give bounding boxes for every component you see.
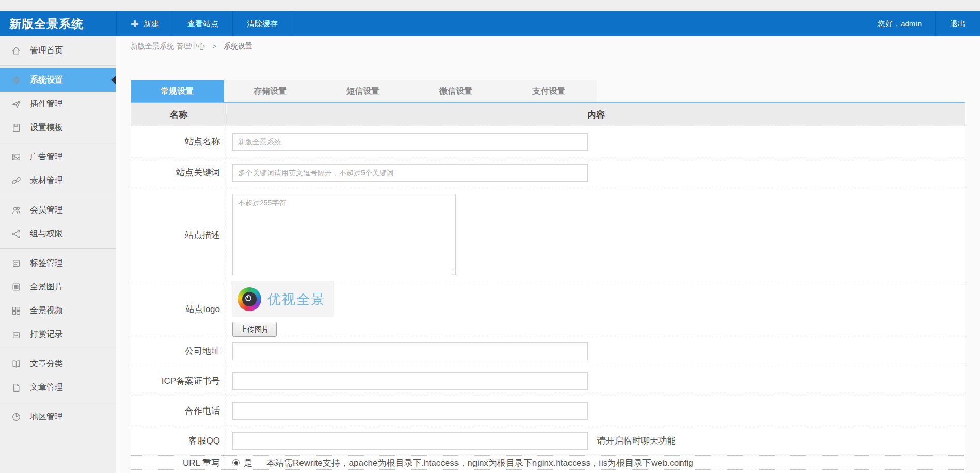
pano-image-icon <box>11 282 22 292</box>
sidebar-group: 文章分类文章管理 <box>0 349 116 402</box>
site-logo-icon <box>238 287 261 311</box>
url-rewrite-option[interactable]: 是 <box>232 457 252 469</box>
sidebar-item-label: 文章管理 <box>30 382 63 393</box>
row-content <box>227 188 965 282</box>
合作电话-input[interactable] <box>232 402 588 420</box>
客服QQ-input[interactable] <box>232 432 588 450</box>
sidebar-item-管理首页[interactable]: 管理首页 <box>0 39 116 62</box>
sidebar-item-label: 全景视频 <box>30 305 63 316</box>
sidebar-item-label: 管理首页 <box>30 45 63 56</box>
tab-常规设置[interactable]: 常规设置 <box>131 80 224 102</box>
sidebar-item-组与权限[interactable]: 组与权限 <box>0 222 116 246</box>
sidebar-item-label: 插件管理 <box>30 99 63 109</box>
row-label: 站点名称 <box>131 126 227 157</box>
topnav-button-new[interactable]: ✚新建 <box>116 11 173 36</box>
top-strip <box>0 0 980 11</box>
topnav-button-view-site[interactable]: 查看站点 <box>173 11 232 36</box>
topnav: ✚新建查看站点清除缓存 <box>116 11 292 36</box>
公司地址-input[interactable] <box>232 342 588 360</box>
sidebar-group: 标签管理全景图片全景视频打赏记录 <box>0 249 116 349</box>
tab-存储设置[interactable]: 存储设置 <box>224 80 317 102</box>
sidebar-item-label: 会员管理 <box>30 205 63 216</box>
lens-dot <box>247 296 248 298</box>
breadcrumb: 新版全景系统 管理中心 > 系统设置 <box>131 36 980 57</box>
sidebar-item-地区管理[interactable]: 地区管理 <box>0 405 116 429</box>
row-label: URL 重写 <box>131 456 227 469</box>
row-label: 站点描述 <box>131 188 227 282</box>
table-row-站点关键词: 站点关键词 <box>131 157 965 188</box>
share-icon <box>11 229 22 239</box>
topnav-button-clear-cache[interactable]: 清除缓存 <box>232 11 292 36</box>
sidebar-item-标签管理[interactable]: 标签管理 <box>0 251 116 275</box>
sidebar-item-文章分类[interactable]: 文章分类 <box>0 352 116 376</box>
settings-tabs: 常规设置存储设置短信设置微信设置支付设置 <box>131 80 597 102</box>
topbar-spacer <box>292 11 864 36</box>
reward-icon <box>11 329 22 340</box>
sidebar-item-素材管理[interactable]: 素材管理 <box>0 169 116 192</box>
table-row-合作电话: 合作电话 <box>131 396 965 426</box>
radio-button-icon[interactable] <box>232 459 240 466</box>
row-label: 站点关键词 <box>131 157 227 188</box>
radio-dot <box>234 461 238 465</box>
logout-button[interactable]: 退出 <box>935 11 980 36</box>
site-logo-preview: 优视全景 <box>232 281 334 317</box>
row-content <box>227 336 965 366</box>
站点名称-input[interactable] <box>232 133 588 151</box>
table-row-ICP备案证书号: ICP备案证书号 <box>131 366 965 396</box>
sidebar-item-label: 全景图片 <box>30 282 63 292</box>
sidebar-item-设置模板[interactable]: 设置模板 <box>0 116 116 139</box>
link-icon <box>11 175 22 186</box>
template-icon <box>11 122 22 133</box>
row-content <box>227 366 965 396</box>
lens-ring <box>245 295 251 301</box>
ICP备案证书号-input[interactable] <box>232 372 588 390</box>
upload-image-button[interactable]: 上传图片 <box>232 322 277 337</box>
topnav-button-label: 清除缓存 <box>247 19 278 29</box>
sidebar-item-系统设置[interactable]: 系统设置 <box>0 68 116 92</box>
sidebar-group: 系统设置插件管理设置模板 <box>0 66 116 142</box>
站点描述-textarea[interactable] <box>232 194 456 275</box>
header-content-cell: 内容 <box>227 103 965 126</box>
sidebar-item-插件管理[interactable]: 插件管理 <box>0 92 116 116</box>
table-header-row: 名称 内容 <box>131 103 965 126</box>
table-row-站点名称: 站点名称 <box>131 126 965 157</box>
article-category-icon <box>11 358 22 369</box>
breadcrumb-separator: > <box>212 42 216 51</box>
row-note: 请开启临时聊天功能 <box>597 435 676 447</box>
tab-微信设置[interactable]: 微信设置 <box>409 80 502 102</box>
sidebar-item-文章管理[interactable]: 文章管理 <box>0 376 116 399</box>
table-row-公司地址: 公司地址 <box>131 336 965 366</box>
sidebar-item-全景视频[interactable]: 全景视频 <box>0 299 116 322</box>
sidebar-item-广告管理[interactable]: 广告管理 <box>0 145 116 169</box>
breadcrumb-root[interactable]: 新版全景系统 管理中心 <box>131 42 205 51</box>
sidebar-item-label: 素材管理 <box>30 175 63 186</box>
members-icon <box>11 205 22 216</box>
row-content: 是本站需Rewrite支持，apache为根目录下.htaccess，nginx… <box>227 456 965 469</box>
sidebar-item-会员管理[interactable]: 会员管理 <box>0 198 116 222</box>
sidebar-group: 会员管理组与权限 <box>0 195 116 249</box>
tag-icon <box>11 258 22 269</box>
row-label: ICP备案证书号 <box>131 366 227 396</box>
sidebar-item-label: 打赏记录 <box>30 329 63 340</box>
table-row-URL 重写: URL 重写是本站需Rewrite支持，apache为根目录下.htaccess… <box>131 456 965 470</box>
sidebar-item-全景图片[interactable]: 全景图片 <box>0 275 116 299</box>
tab-支付设置[interactable]: 支付设置 <box>502 80 595 102</box>
radio-label: 是 <box>244 457 252 469</box>
row-label: 合作电话 <box>131 396 227 426</box>
row-content: 请开启临时聊天功能 <box>227 426 965 455</box>
sidebar-item-打赏记录[interactable]: 打赏记录 <box>0 322 116 346</box>
home-icon <box>11 45 22 56</box>
topnav-button-label: 新建 <box>144 19 159 29</box>
table-row-站点描述: 站点描述 <box>131 188 965 282</box>
tab-短信设置[interactable]: 短信设置 <box>317 80 409 102</box>
sidebar-item-label: 系统设置 <box>30 75 63 86</box>
site-logo-text: 优视全景 <box>267 290 325 308</box>
main-layout: 管理首页系统设置插件管理设置模板广告管理素材管理会员管理组与权限标签管理全景图片… <box>0 36 980 473</box>
站点关键词-input[interactable] <box>232 164 588 182</box>
breadcrumb-current: 系统设置 <box>224 42 252 51</box>
content-area: 新版全景系统 管理中心 > 系统设置 常规设置存储设置短信设置微信设置支付设置 … <box>116 36 980 473</box>
url-rewrite-note: 本站需Rewrite支持，apache为根目录下.htaccess，nginx为… <box>266 457 693 469</box>
row-label: 客服QQ <box>131 426 227 455</box>
sidebar-item-label: 组与权限 <box>30 229 63 239</box>
row-content <box>227 126 965 157</box>
